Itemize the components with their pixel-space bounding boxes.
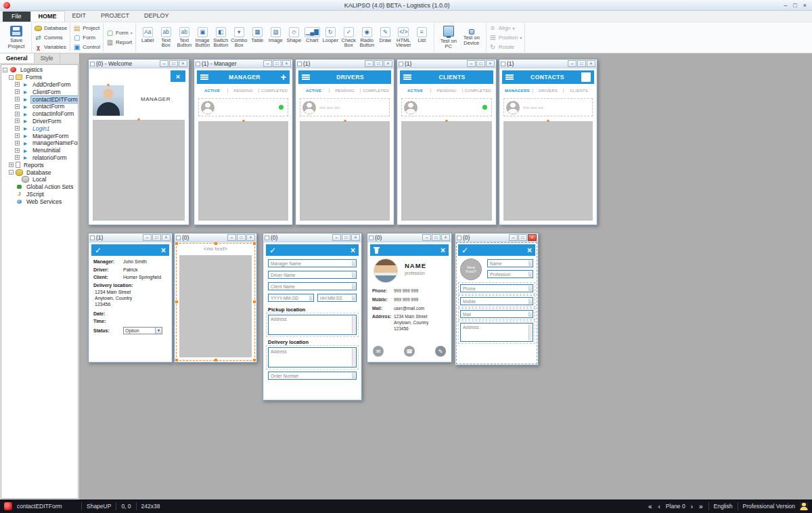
designer-window-order-details[interactable]: (1) – □ × ✓ ×: [88, 233, 173, 363]
form-header-bar[interactable]: ×: [370, 244, 449, 256]
shape-tool[interactable]: ◇ Shape: [285, 27, 303, 49]
mdi-titlebar[interactable]: (0) – □ ×: [455, 233, 538, 242]
tree-item[interactable]: Global Action Sets: [1, 183, 78, 191]
mail-icon[interactable]: ✉: [373, 346, 384, 357]
mdi-minimize-button[interactable]: –: [422, 234, 431, 241]
tree-item[interactable]: + contactForm: [1, 103, 78, 110]
project-button[interactable]: Project ▾: [73, 24, 99, 32]
mdi-restore-button[interactable]: □: [432, 234, 441, 241]
mdi-restore-button[interactable]: □: [577, 60, 586, 67]
mdi-titlebar[interactable]: (1) – □ ×: [89, 233, 172, 242]
tree-item[interactable]: + MenuInitial: [1, 147, 78, 154]
mdi-titlebar[interactable]: (1) – □ ×: [397, 60, 496, 68]
form-design-surface[interactable]: <no text>: [175, 242, 256, 361]
sidebar-tab-general[interactable]: General: [0, 53, 35, 63]
tree-item[interactable]: - Database: [1, 169, 78, 176]
variables-button[interactable]: Variables ▾: [35, 43, 66, 51]
tree-item[interactable]: Local: [1, 176, 78, 183]
combo-box-tool[interactable]: ▾ Combo Box: [230, 27, 248, 49]
add-button[interactable]: +: [281, 72, 286, 82]
edit-pencil-icon[interactable]: ✎: [435, 346, 446, 357]
selection-handle[interactable]: [215, 359, 217, 361]
form-design-surface[interactable]: CLIENTS ACTIVEPENDINGCOMPLETED: [398, 68, 495, 224]
form-header-bar[interactable]: CLIENTS: [400, 70, 493, 84]
window-maximize-button[interactable]: □: [793, 2, 796, 9]
add-button-selected[interactable]: [581, 72, 591, 82]
mdi-close-button[interactable]: ×: [246, 234, 255, 241]
tab-deploy[interactable]: DEPLOY: [137, 11, 177, 22]
form-design-surface[interactable]: CONTACTS MANAGERSDRIVERSCLIENTS this tex…: [500, 68, 596, 224]
test-on-pc-button[interactable]: Test on PC: [437, 26, 460, 49]
mdi-close-button[interactable]: ×: [162, 234, 171, 241]
image-tool[interactable]: ▨ Image: [267, 27, 285, 49]
tree-item[interactable]: + ManagerForm: [1, 132, 78, 139]
mdi-titlebar[interactable]: (0) – □ ×: [175, 233, 256, 242]
menu-burger-icon[interactable]: [200, 74, 208, 80]
expand-toggle[interactable]: +: [15, 104, 20, 109]
mdi-restore-button[interactable]: □: [518, 234, 527, 241]
date-input[interactable]: YYYY-MM-DD: [268, 294, 314, 302]
text-input[interactable]: Mail: [460, 310, 533, 318]
designer-window-manager[interactable]: (1) - Manager – □ × MANAGER + A: [194, 59, 293, 225]
expand-toggle[interactable]: -: [9, 170, 14, 175]
tree-item[interactable]: + contactInfoForm: [1, 110, 78, 118]
selection-handle[interactable]: [175, 359, 178, 361]
list-placeholder[interactable]: [300, 121, 390, 221]
contact-photo[interactable]: [374, 259, 398, 283]
mdi-titlebar[interactable]: (1) – □ ×: [499, 60, 597, 68]
first-plane-button[interactable]: «: [648, 503, 653, 510]
selection-handle[interactable]: [175, 242, 178, 245]
mdi-minimize-button[interactable]: –: [568, 60, 577, 67]
delivery-address-textarea[interactable]: Address: [268, 347, 357, 367]
mdi-restore-button[interactable]: □: [152, 234, 161, 241]
form-design-surface[interactable]: × MANAGER: [89, 68, 188, 224]
mdi-minimize-button[interactable]: –: [143, 234, 152, 241]
order-number-input[interactable]: Order Number: [268, 372, 357, 380]
tab-edit[interactable]: EDIT: [65, 11, 94, 22]
switch-button-tool[interactable]: ◧ Switch Button: [212, 27, 230, 49]
new-photo-button[interactable]: New Foto?: [460, 259, 482, 280]
selection-handle[interactable]: [253, 300, 256, 303]
user-icon[interactable]: [800, 502, 808, 510]
expand-toggle[interactable]: +: [15, 126, 20, 131]
address-textarea[interactable]: Address: [460, 323, 533, 342]
image-placeholder[interactable]: [179, 255, 252, 357]
mdi-restore-button[interactable]: □: [237, 234, 246, 241]
mdi-minimize-button[interactable]: –: [227, 234, 236, 241]
text-box-tool[interactable]: ab Text Box: [157, 27, 175, 49]
tree-item[interactable]: + AddOrderForm: [1, 81, 78, 89]
mdi-close-button[interactable]: ×: [587, 60, 595, 67]
expand-toggle[interactable]: +: [15, 118, 20, 123]
selection-handle[interactable]: [253, 242, 256, 245]
html-viewer-tool[interactable]: </> HTML Viewer: [394, 27, 413, 49]
chart-tool[interactable]: ▁▄▇ Chart: [303, 27, 321, 49]
confirm-button[interactable]: ✓: [461, 246, 468, 254]
mdi-close-button[interactable]: ×: [486, 60, 495, 67]
manager-label[interactable]: MANAGER: [126, 96, 185, 102]
expand-toggle[interactable]: +: [15, 155, 20, 160]
designer-window-clients[interactable]: (1) – □ × CLIENTS ACTIVEPENDINGCOMPLETED: [397, 59, 497, 225]
form-header-bar[interactable]: DRIVERS: [298, 70, 391, 84]
list-placeholder[interactable]: [503, 121, 593, 221]
segment-tab[interactable]: DRIVERS: [533, 89, 564, 93]
tab-project[interactable]: PROJECT: [93, 11, 137, 22]
contact-field-row[interactable]: Address: 1234 Main Street Anytown, Count…: [372, 314, 447, 332]
segment-tab[interactable]: ACTIVE: [400, 89, 430, 93]
designer-window-contacts[interactable]: (1) – □ × CONTACTS MANAGERSDRI: [499, 59, 597, 225]
expand-toggle[interactable]: +: [15, 82, 20, 87]
form-button[interactable]: Form ▾: [73, 34, 95, 42]
expand-toggle[interactable]: +: [15, 148, 20, 153]
status-language[interactable]: English: [714, 503, 733, 510]
profession-input[interactable]: Profession: [487, 270, 533, 278]
window-close-button[interactable]: ×: [803, 2, 807, 9]
test-on-device-button[interactable]: Test on Device: [460, 29, 483, 46]
tree-item[interactable]: + Login1: [1, 125, 78, 132]
segment-tab[interactable]: COMPLETED: [360, 89, 391, 93]
list-placeholder[interactable]: [401, 121, 492, 221]
tree-item[interactable]: + DriverForm: [1, 118, 78, 125]
delivery-address-value[interactable]: 1234 Main Street Anytown, Country 123456: [95, 289, 167, 308]
menu-burger-icon[interactable]: [302, 74, 310, 80]
selection-handle[interactable]: [253, 359, 256, 361]
confirm-button[interactable]: ✓: [269, 246, 276, 254]
list-item-template[interactable]: [401, 98, 492, 116]
